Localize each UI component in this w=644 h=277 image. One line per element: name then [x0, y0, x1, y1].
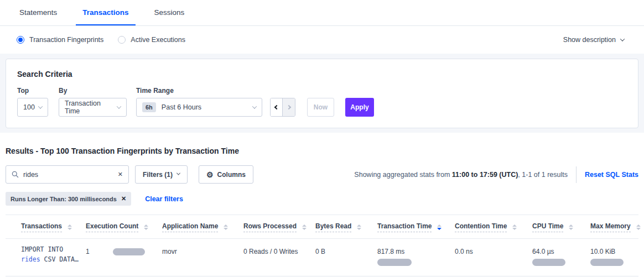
now-button[interactable]: Now: [307, 98, 334, 117]
radio-selected-icon: [17, 36, 24, 44]
search-icon: [12, 171, 19, 178]
search-input[interactable]: [23, 171, 118, 179]
cell-execution-count: 1: [86, 239, 162, 276]
tab-sessions[interactable]: Sessions: [148, 0, 191, 25]
cpu-time-bar: [532, 259, 565, 266]
chevron-down-icon: [176, 171, 180, 175]
execution-count-bar: [113, 248, 145, 255]
radio-label: Transaction Fingerprints: [29, 36, 103, 44]
sort-icon[interactable]: [302, 224, 307, 230]
chevron-right-icon: [287, 105, 291, 109]
columns-button[interactable]: ⚙ Columns: [199, 165, 253, 184]
chevron-left-icon: [274, 105, 278, 109]
show-description-toggle[interactable]: Show description: [563, 36, 624, 44]
col-header-rows-processed[interactable]: Rows Processed: [243, 215, 315, 239]
cell-max-memory: 10.0 KiB: [590, 239, 638, 276]
by-select[interactable]: Transaction Time: [59, 98, 127, 117]
chevron-down-icon: [117, 104, 121, 108]
search-criteria-title: Search Criteria: [17, 70, 627, 79]
remove-filter-icon[interactable]: ✕: [121, 195, 126, 202]
top-value: 100: [23, 103, 35, 111]
time-range-value: Past 6 Hours: [162, 103, 201, 111]
toolbar-right: Showing aggregated stats from 11:00 to 1…: [354, 166, 638, 183]
sort-icon[interactable]: [67, 224, 72, 230]
top-group: Top 100: [17, 87, 48, 117]
col-header-bytes-read[interactable]: Bytes Read: [315, 215, 377, 239]
sort-icon[interactable]: [144, 224, 148, 230]
col-header-max-memory[interactable]: Max Memory: [590, 215, 638, 239]
table-header-row: Transactions Execution Count Application…: [6, 215, 638, 239]
results-table: Transactions Execution Count Application…: [6, 215, 638, 276]
aggregated-stats-text: Showing aggregated stats from 11:00 to 1…: [354, 171, 568, 179]
cell-contention-time: 0.0 ns: [455, 239, 532, 276]
sort-icon[interactable]: [357, 224, 361, 230]
time-range-select[interactable]: 6h Past 6 Hours: [136, 98, 262, 117]
sort-icon[interactable]: [569, 224, 573, 230]
divider: [576, 166, 577, 183]
reset-sql-stats-link[interactable]: Reset SQL Stats: [585, 171, 638, 179]
next-interval-button[interactable]: [283, 98, 295, 116]
cpu-time-value: 64.0 µs: [532, 248, 586, 255]
col-header-transactions[interactable]: Transactions: [6, 215, 86, 239]
col-header-transaction-time[interactable]: Transaction Time: [377, 215, 455, 239]
transaction-time-value: 817.8 ms: [377, 248, 450, 255]
results-toolbar: ✕ Filters (1) ⚙ Columns Showing aggregat…: [6, 165, 638, 184]
by-value: Transaction Time: [65, 100, 117, 115]
transaction-time-bar: [377, 259, 412, 266]
results-title: Results - Top 100 Transaction Fingerprin…: [6, 147, 638, 155]
time-range-badge: 6h: [142, 102, 156, 112]
filters-label: Filters (1): [143, 171, 173, 179]
cell-rows-processed: 0 Reads / 0 Writes: [243, 239, 315, 276]
chevron-down-icon: [252, 104, 257, 108]
chevron-down-icon: [38, 104, 43, 108]
cell-application-name: movr: [162, 239, 243, 276]
results-section: Results - Top 100 Transaction Fingerprin…: [0, 147, 644, 276]
execution-count-value: 1: [86, 248, 90, 255]
clear-search-icon[interactable]: ✕: [118, 171, 123, 177]
filters-button[interactable]: Filters (1): [135, 165, 188, 184]
filter-chip: Runs Longer Than: 300 milliseconds ✕: [6, 192, 131, 206]
chevron-down-icon: [620, 36, 625, 41]
active-filters-row: Runs Longer Than: 300 milliseconds ✕ Cle…: [6, 192, 638, 206]
tab-statements[interactable]: Statements: [13, 0, 64, 25]
radio-transaction-fingerprints[interactable]: Transaction Fingerprints: [17, 36, 103, 44]
col-header-application-name[interactable]: Application Name: [162, 215, 243, 239]
gear-icon: ⚙: [206, 171, 214, 179]
sort-icon[interactable]: [636, 224, 641, 230]
sort-icon[interactable]: [224, 224, 228, 230]
apply-button[interactable]: Apply: [345, 98, 374, 117]
top-label: Top: [17, 87, 48, 95]
cell-bytes-read: 0 B: [315, 239, 377, 276]
max-memory-bar: [590, 259, 624, 266]
cell-cpu-time: 64.0 µs: [532, 239, 590, 276]
transaction-statement-line1: IMPORT INTO: [21, 245, 81, 255]
columns-label: Columns: [217, 171, 246, 179]
time-range-arrows: [270, 98, 295, 117]
cell-transaction-time: 817.8 ms: [377, 239, 455, 276]
transaction-statement-line2: rides CSV DATA…: [21, 255, 81, 265]
sort-icon[interactable]: [512, 224, 517, 230]
view-toggle-row: Transaction Fingerprints Active Executio…: [0, 26, 644, 54]
radio-label: Active Executions: [131, 36, 185, 44]
clear-filters-link[interactable]: Clear filters: [145, 195, 183, 203]
search-box[interactable]: ✕: [6, 165, 129, 184]
time-range-group: Time Range 6h Past 6 Hours: [127, 87, 262, 117]
search-criteria-band: Search Criteria Top 100 By Transaction T…: [0, 54, 644, 133]
search-criteria-card: Search Criteria Top 100 By Transaction T…: [6, 59, 638, 128]
sort-icon-active[interactable]: [437, 224, 442, 230]
col-header-cpu-time[interactable]: CPU Time: [532, 215, 590, 239]
col-header-execution-count[interactable]: Execution Count: [86, 215, 162, 239]
tab-transactions[interactable]: Transactions: [76, 0, 135, 25]
time-range-label: Time Range: [136, 87, 262, 95]
by-group: By Transaction Time: [48, 87, 127, 117]
col-header-contention-time[interactable]: Contention Time: [455, 215, 532, 239]
table-row: IMPORT INTO rides CSV DATA… 1 movr 0 Rea…: [6, 239, 638, 276]
page-tabs: Statements Transactions Sessions: [0, 0, 644, 26]
radio-active-executions[interactable]: Active Executions: [118, 36, 185, 44]
cell-transaction-fingerprint[interactable]: IMPORT INTO rides CSV DATA…: [6, 239, 86, 276]
top-select[interactable]: 100: [17, 98, 48, 117]
by-label: By: [59, 87, 127, 95]
radio-unselected-icon: [118, 36, 126, 44]
previous-interval-button[interactable]: [271, 98, 283, 116]
show-description-label: Show description: [563, 36, 616, 44]
